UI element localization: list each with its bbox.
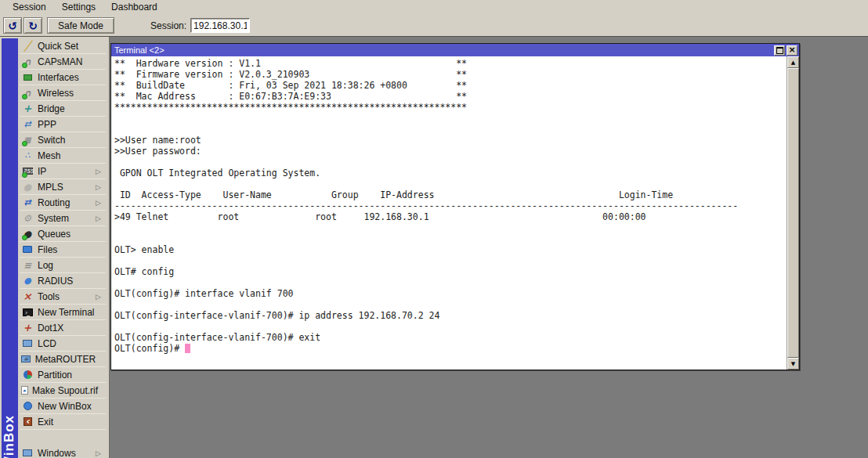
sidebar-item-tools[interactable]: × Tools: [20, 289, 106, 305]
terminal-output: ** Hardware version : V1.1 ** ** Firmwar…: [114, 58, 787, 343]
radius-user-icon: ●: [21, 275, 34, 287]
supout-file-icon: ▸: [21, 384, 28, 396]
metarouter-icon: ≡: [21, 353, 31, 365]
winbox-brand-strip: WinBox: [2, 38, 18, 458]
sidebar-item-files[interactable]: Files: [20, 242, 106, 258]
terminal-scrollbar[interactable]: [787, 56, 799, 370]
dot1x-icon: +: [21, 322, 34, 334]
exit-door-icon: ‹: [21, 416, 34, 427]
bridge-icon: +: [21, 103, 34, 114]
scrollbar-thumb[interactable]: [787, 68, 799, 358]
sidebar-item-bridge[interactable]: + Bridge: [20, 101, 106, 117]
system-gear-icon: ⚙: [21, 212, 34, 224]
terminal-console[interactable]: ** Hardware version : V1.1 ** ** Firmwar…: [111, 56, 787, 370]
submenu-arrow-icon: [96, 168, 101, 175]
menu-settings[interactable]: Settings: [54, 1, 103, 14]
sidebar-item-partition[interactable]: Partition: [20, 367, 106, 383]
tools-icon: ×: [21, 290, 34, 302]
lcd-icon: [21, 337, 34, 349]
close-button[interactable]: [787, 45, 797, 56]
sidebar-item-switch[interactable]: ■ Switch: [20, 132, 106, 148]
toolbar: ↺ ↻ Safe Mode Session:: [0, 15, 868, 37]
redo-button[interactable]: ↻: [24, 17, 42, 34]
windows-icon: [21, 447, 34, 458]
winbox-brand-label: WinBox: [2, 415, 17, 458]
sidebar-item-routing[interactable]: ⇄ Routing: [20, 195, 106, 211]
terminal-cursor: [185, 344, 190, 353]
mpls-globe-icon: ●: [21, 181, 34, 193]
sidebar-item-exit[interactable]: ‹ Exit: [20, 414, 106, 430]
sidebar-item-wireless[interactable]: ∩ Wireless: [20, 85, 106, 101]
close-icon: [788, 46, 795, 54]
menubar: Session Settings Dashboard: [0, 0, 868, 15]
winbox-globe-icon: [21, 400, 34, 412]
session-input[interactable]: [190, 18, 250, 33]
terminal-icon: ›_: [21, 306, 34, 318]
undo-icon: ↺: [8, 20, 17, 32]
terminal-title: Terminal <2>: [114, 45, 165, 55]
menu-session[interactable]: Session: [5, 1, 54, 14]
ppp-icon: ⇄: [21, 118, 34, 130]
session-label: Session:: [150, 20, 186, 31]
routing-arrows-icon: ⇄: [21, 197, 34, 208]
submenu-arrow-icon: [96, 215, 101, 222]
maximize-button[interactable]: [774, 45, 785, 56]
terminal-window: Terminal <2> ** Hardware version : V1.1: [110, 43, 800, 370]
sidebar-item-dot1x[interactable]: + Dot1X: [20, 320, 106, 336]
magic-wand-icon: ╱: [21, 40, 34, 52]
workspace: Terminal <2> ** Hardware version : V1.1: [110, 37, 868, 458]
sidebar-item-ppp[interactable]: ⇄ PPP: [20, 117, 106, 132]
submenu-arrow-icon: [96, 449, 101, 457]
log-list-icon: ≡: [21, 259, 34, 271]
sidebar-item-metarouter[interactable]: ≡ MetaROUTER: [20, 352, 106, 367]
main-area: WinBox ╱ Quick Set ∩ CAPsMAN Interfaces …: [0, 37, 868, 458]
winbox-app: Session Settings Dashboard ↺ ↻ Safe Mode…: [0, 0, 868, 458]
sidebar-item-system[interactable]: ⚙ System: [20, 211, 106, 226]
sidebar-item-new-terminal[interactable]: ›_ New Terminal: [20, 305, 106, 320]
sidebar-item-quick-set[interactable]: ╱ Quick Set: [20, 38, 106, 54]
sidebar-item-mpls[interactable]: ● MPLS: [20, 179, 106, 195]
maximize-icon: [776, 47, 783, 54]
terminal-prompt: OLT(config)#: [114, 343, 185, 354]
undo-button[interactable]: ↺: [3, 17, 22, 34]
mesh-icon: ∴: [21, 150, 34, 161]
scroll-down-icon[interactable]: [787, 358, 799, 370]
sidebar-menu: ╱ Quick Set ∩ CAPsMAN Interfaces ∩ Wirel…: [20, 38, 106, 458]
terminal-prompt-line: OLT(config)#: [114, 343, 787, 354]
terminal-titlebar[interactable]: Terminal <2>: [111, 44, 799, 56]
terminal-title-buttons: [774, 45, 797, 56]
files-folder-icon: [21, 243, 34, 255]
sidebar-item-radius[interactable]: ● RADIUS: [20, 273, 106, 289]
sidebar: WinBox ╱ Quick Set ∩ CAPsMAN Interfaces …: [0, 37, 110, 458]
sidebar-item-make-supout-rif[interactable]: ▸ Make Supout.rif: [20, 383, 106, 398]
sidebar-item-lcd[interactable]: LCD: [20, 336, 106, 352]
interfaces-icon: [21, 71, 34, 83]
sidebar-item-new-winbox[interactable]: New WinBox: [20, 398, 106, 414]
sidebar-item-ip[interactable]: 255 IP: [20, 164, 106, 179]
switch-icon: ■: [21, 134, 34, 146]
queues-gauge-icon: ●: [21, 228, 34, 240]
submenu-arrow-icon: [96, 183, 101, 191]
sidebar-item-interfaces[interactable]: Interfaces: [20, 70, 106, 85]
sidebar-item-queues[interactable]: ● Queues: [20, 226, 106, 242]
safe-mode-button[interactable]: Safe Mode: [47, 17, 114, 34]
ip-255-icon: 255: [21, 165, 34, 177]
partition-pie-icon: [21, 369, 34, 380]
scroll-up-icon[interactable]: [787, 56, 799, 68]
menu-dashboard[interactable]: Dashboard: [103, 1, 165, 14]
submenu-arrow-icon: [96, 199, 101, 207]
sidebar-item-mesh[interactable]: ∴ Mesh: [20, 148, 106, 164]
submenu-arrow-icon: [96, 293, 101, 301]
sidebar-item-capsman[interactable]: ∩ CAPsMAN: [20, 54, 106, 70]
sidebar-item-log[interactable]: ≡ Log: [20, 258, 106, 273]
redo-icon: ↻: [28, 20, 38, 32]
capsman-antenna-icon: ∩: [21, 56, 34, 67]
sidebar-item-windows[interactable]: Windows: [20, 445, 106, 458]
wireless-antenna-icon: ∩: [21, 87, 34, 99]
